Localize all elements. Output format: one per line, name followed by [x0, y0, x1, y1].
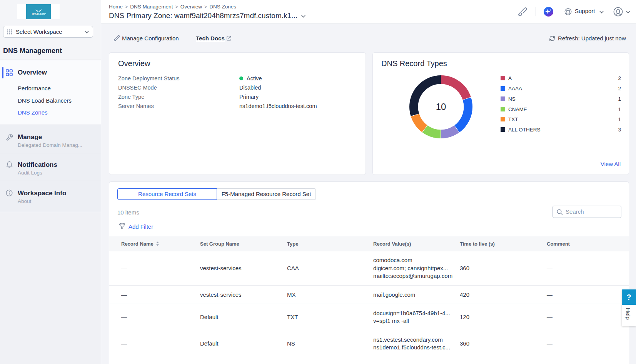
svg-text:TESTCORP: TESTCORP: [32, 12, 46, 16]
svg-text:10: 10: [436, 101, 446, 112]
